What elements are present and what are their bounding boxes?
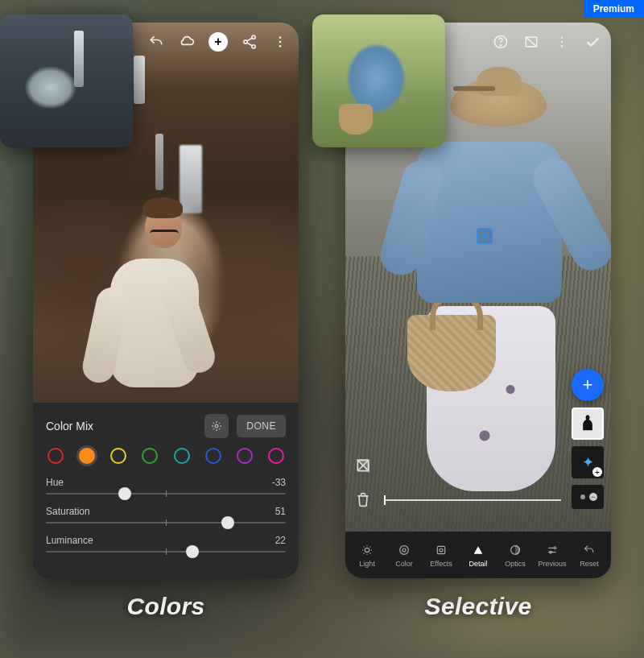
color-swatch[interactable] — [142, 448, 158, 464]
slider-label: Saturation — [46, 506, 90, 517]
select-subject-button[interactable]: ✦+ — [572, 446, 604, 478]
color-swatch[interactable] — [174, 448, 190, 464]
tool-label: Reset — [580, 560, 599, 568]
svg-point-5 — [279, 45, 282, 48]
left-caption: Colors — [127, 593, 205, 620]
slider-luminance: Luminance22 — [46, 535, 286, 552]
vertical-tools: + ✦+ − — [569, 369, 606, 509]
color-swatch[interactable] — [237, 448, 253, 464]
slider-hue: Hue-33 — [46, 477, 286, 495]
svg-point-17 — [402, 548, 406, 552]
slider-track[interactable] — [46, 551, 286, 552]
svg-point-15 — [365, 548, 369, 552]
more-icon[interactable] — [271, 33, 289, 51]
panel-title: Color Mix — [46, 420, 204, 432]
tool-label: Detail — [469, 560, 487, 568]
tool-effects[interactable]: Effects — [424, 543, 458, 568]
invert-icon[interactable] — [353, 456, 373, 475]
color-swatch[interactable] — [110, 448, 126, 464]
aperture-icon — [434, 543, 448, 557]
svg-point-9 — [500, 45, 501, 46]
svg-point-13 — [561, 45, 564, 48]
more-icon[interactable] — [553, 33, 571, 51]
left-side-icons — [353, 456, 373, 509]
slider-label: Luminance — [46, 535, 93, 546]
panel-header: Color Mix DONE — [46, 414, 286, 438]
svg-point-21 — [554, 547, 556, 549]
left-thumbnail — [0, 14, 133, 147]
palette-icon — [397, 543, 411, 557]
color-swatch-row — [46, 448, 286, 464]
trash-icon[interactable] — [353, 490, 373, 509]
color-swatch[interactable] — [79, 448, 95, 464]
tool-label: Light — [359, 560, 375, 568]
slider-track[interactable] — [46, 522, 286, 524]
bottom-toolbar: LightColorEffectsDetailOpticsPreviousRes… — [345, 532, 611, 578]
svg-point-4 — [279, 41, 282, 43]
tool-optics[interactable]: Optics — [498, 543, 532, 568]
slider-knob[interactable] — [186, 545, 199, 558]
compare-icon[interactable] — [522, 33, 540, 51]
undo-icon[interactable] — [147, 33, 165, 51]
slider-value: -33 — [272, 477, 286, 488]
sliders-icon — [545, 543, 559, 557]
svg-point-16 — [400, 545, 409, 554]
mask-thumbnail[interactable] — [572, 408, 604, 440]
right-thumbnail — [312, 14, 445, 147]
done-button[interactable]: DONE — [237, 415, 286, 437]
cloud-icon[interactable] — [178, 33, 196, 51]
sun-icon — [360, 543, 374, 557]
svg-point-7 — [484, 234, 487, 237]
triangle-icon — [471, 543, 485, 557]
add-icon[interactable]: + — [208, 32, 228, 52]
tool-previous[interactable]: Previous — [535, 543, 569, 568]
tool-label: Previous — [538, 560, 566, 568]
check-icon[interactable] — [584, 33, 601, 51]
tool-reset[interactable]: Reset — [572, 543, 606, 568]
premium-badge: Premium — [584, 0, 644, 18]
right-caption: Selective — [425, 593, 532, 620]
svg-rect-18 — [437, 546, 444, 553]
color-picker-icon[interactable] — [204, 414, 229, 438]
color-swatch[interactable] — [205, 448, 221, 464]
person-marker-icon[interactable] — [477, 228, 493, 244]
slider-label: Hue — [46, 477, 64, 488]
layout: + Color Mix DONE Hue-33Saturation51Lu — [0, 0, 644, 658]
tool-color[interactable]: Color — [387, 543, 421, 568]
color-mix-panel: Color Mix DONE Hue-33Saturation51Luminan… — [33, 403, 299, 578]
share-icon[interactable] — [241, 33, 258, 51]
color-swatch[interactable] — [268, 448, 284, 464]
tool-label: Effects — [430, 560, 452, 568]
svg-point-12 — [561, 41, 564, 43]
slider-saturation: Saturation51 — [46, 506, 286, 524]
slider-knob[interactable] — [221, 516, 234, 529]
slider-track[interactable] — [46, 493, 286, 495]
tool-light[interactable]: Light — [350, 543, 384, 568]
mask-options-button[interactable]: − — [572, 485, 604, 509]
tool-detail[interactable]: Detail — [461, 543, 495, 568]
svg-point-11 — [561, 36, 564, 39]
lens-icon — [508, 543, 522, 557]
right-column: + ✦+ − LightColorEff — [332, 23, 625, 658]
add-mask-button[interactable]: + — [572, 369, 604, 401]
left-column: + Color Mix DONE Hue-33Saturation51Lu — [19, 23, 312, 658]
waterfall — [155, 134, 163, 190]
slider-value: 51 — [275, 506, 286, 517]
svg-point-3 — [279, 36, 282, 39]
slider-knob[interactable] — [118, 487, 131, 500]
waterfall — [134, 56, 145, 104]
help-icon[interactable] — [492, 33, 510, 51]
undo-icon — [582, 543, 597, 557]
svg-point-6 — [215, 424, 218, 428]
amount-slider[interactable] — [384, 499, 561, 501]
color-swatch[interactable] — [47, 448, 64, 464]
slider-value: 22 — [275, 535, 286, 546]
tool-label: Color — [395, 560, 413, 568]
tool-label: Optics — [505, 560, 526, 568]
svg-point-19 — [440, 548, 443, 552]
